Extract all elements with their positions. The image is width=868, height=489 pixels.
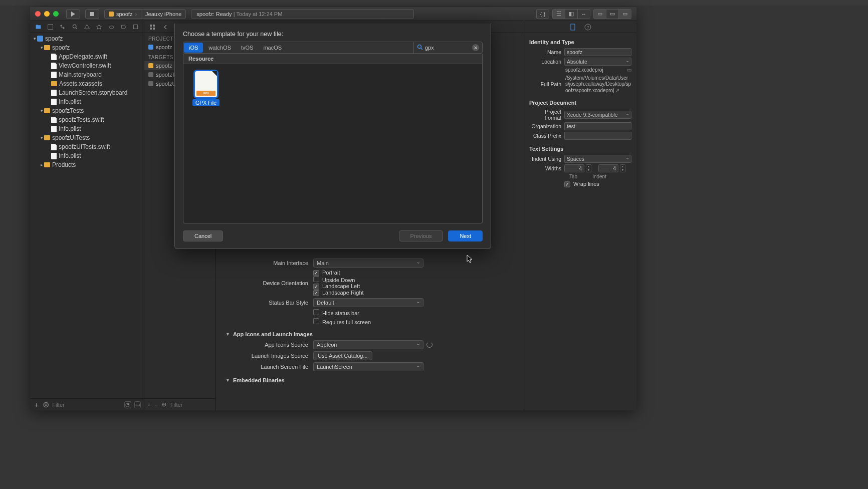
window-traffic-lights [35,11,59,17]
reveal-in-finder-icon[interactable]: ↗ [615,88,619,93]
debug-navigator-tab[interactable] [107,23,116,31]
portrait-checkbox[interactable]: ✓ [313,270,319,276]
scm-filter-button[interactable]: ▭ [134,401,141,408]
close-window-icon[interactable] [35,11,41,17]
test-navigator-tab[interactable] [95,23,104,31]
embedded-binaries-section-header[interactable]: Embedded Binaries [233,377,285,383]
use-asset-catalog-button[interactable]: Use Asset Catalog... [313,351,372,360]
quick-help-tab[interactable]: ? [584,23,592,31]
landscape-left-checkbox[interactable]: ✓ [313,284,319,290]
symbol-navigator-tab[interactable] [58,23,67,31]
upside-down-checkbox[interactable] [313,276,319,282]
project-icon [37,36,43,42]
add-target-button[interactable]: + [147,402,150,408]
svg-rect-0 [90,12,94,16]
svg-point-4 [73,25,76,28]
assistant-editor-button[interactable]: ◧ [565,9,578,19]
identity-section-header: Identity and Type [529,39,631,45]
filter-icon: ⊚ [43,400,49,409]
template-search-input[interactable] [425,45,470,51]
project-tree[interactable]: ▾spoofz ▾spoofz AppDelegate.swift ViewCo… [30,33,144,398]
project-document-section-header: Project Document [529,100,631,106]
indent-using-select[interactable]: Spaces [564,155,631,163]
find-navigator-tab[interactable] [70,23,79,31]
choose-location-icon[interactable]: ▭ [627,67,631,74]
file-template-icon: GPX [195,71,217,97]
search-icon [417,43,423,52]
standard-editor-button[interactable]: ☰ [552,9,565,19]
filter-icon: ⊚ [162,401,166,408]
back-icon[interactable] [160,23,170,32]
app-icons-source-select[interactable]: AppIcon [313,340,423,349]
hide-status-bar-checkbox[interactable] [313,309,319,315]
activity-status: spoofz: Ready | Today at 12:24 PM [191,9,414,19]
folder-icon [44,135,50,140]
platform-tab-ios[interactable]: iOS [184,43,203,53]
scheme-selector[interactable]: spoofz› Jeauxy iPhone [104,9,186,19]
project-name-input[interactable] [564,48,631,56]
svg-text:?: ? [587,25,589,30]
indent-width-input[interactable] [598,164,618,172]
report-navigator-tab[interactable] [131,23,140,31]
app-icons-section-header[interactable]: App Icons and Launch Images [233,331,313,337]
indent-width-stepper[interactable]: ▴▾ [620,164,625,172]
landscape-right-checkbox[interactable]: ✓ [313,290,319,296]
target-filter-input[interactable] [170,402,212,408]
version-editor-button[interactable]: ↔ [577,9,590,19]
add-file-button[interactable]: + [33,401,40,409]
swift-file-icon [51,117,57,123]
svg-rect-9 [150,28,152,30]
next-button[interactable]: Next [448,230,483,241]
plist-file-icon [51,99,57,105]
class-prefix-input[interactable] [564,132,631,140]
project-format-select[interactable]: Xcode 9.3-compatible [564,111,631,119]
swift-file-icon [51,144,57,150]
organization-input[interactable] [564,122,631,130]
stop-button[interactable] [85,9,99,19]
recent-filter-button[interactable]: ◔ [124,401,131,408]
status-bar-style-select[interactable]: Default [313,298,423,307]
source-control-navigator-tab[interactable] [46,23,55,31]
svg-point-2 [61,25,62,26]
svg-rect-6 [134,25,138,29]
toggle-debug-area-button[interactable]: ▭ [606,9,619,19]
location-select[interactable]: Absolute [564,58,631,66]
toolbar: spoofz› Jeauxy iPhone spoofz: Ready | To… [30,7,636,21]
toggle-inspector-button[interactable]: ▭ [618,9,631,19]
platform-tab-tvos[interactable]: tvOS [236,42,258,53]
storyboard-file-icon [51,72,57,78]
swift-file-icon [51,54,57,60]
platform-tab-macos[interactable]: macOS [258,42,287,53]
svg-rect-11 [571,24,575,30]
template-gpx-file[interactable]: GPX GPX File [190,71,222,106]
previous-button[interactable]: Previous [399,230,444,241]
mouse-cursor-icon [467,255,474,266]
toggle-navigator-button[interactable]: ▭ [593,9,606,19]
navigator-tabs [30,21,144,33]
related-items-icon[interactable] [147,23,157,32]
category-header: Resource [183,54,482,64]
test-target-icon [148,72,153,77]
wrap-lines-checkbox[interactable]: ✓ [564,181,570,187]
breakpoint-navigator-tab[interactable] [119,23,128,31]
launch-screen-select[interactable]: LaunchScreen [313,362,423,371]
main-interface-select[interactable]: Main [313,259,423,268]
navigator-panel: ▾spoofz ▾spoofz AppDelegate.swift ViewCo… [30,21,144,410]
zoom-window-icon[interactable] [53,11,59,17]
project-navigator-tab[interactable] [34,23,43,31]
run-button[interactable] [66,9,80,19]
clear-search-icon[interactable]: ✕ [472,44,479,51]
requires-full-screen-checkbox[interactable] [313,318,319,324]
cancel-button[interactable]: Cancel [183,230,223,241]
tab-width-stepper[interactable]: ▴▾ [586,164,591,172]
minimize-window-icon[interactable] [44,11,50,17]
navigator-filter-input[interactable] [52,402,121,408]
remove-target-button[interactable]: − [154,402,157,408]
file-inspector-tab[interactable] [569,23,577,31]
svg-rect-10 [153,28,155,30]
svg-rect-5 [109,26,113,29]
code-review-button[interactable]: { } [536,9,549,19]
tab-width-input[interactable] [564,164,584,172]
platform-tab-watchos[interactable]: watchOS [203,42,236,53]
issue-navigator-tab[interactable] [82,23,91,31]
